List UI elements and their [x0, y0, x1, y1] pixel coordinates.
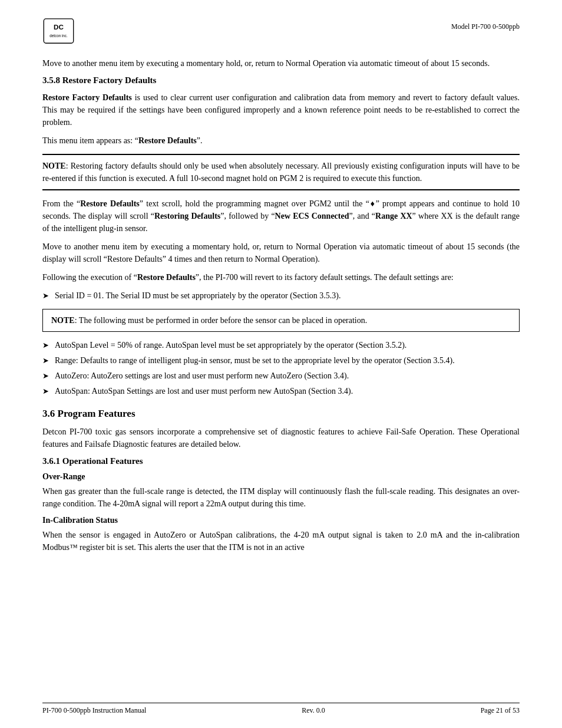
page-header: DC detcon inc. Model PI-700 0-500ppb	[42, 18, 520, 47]
logo: DC detcon inc.	[42, 18, 78, 47]
note-box-1: NOTE: Restoring factory defaults should …	[42, 154, 520, 190]
section-358-para4: Following the execution of “Restore Defa…	[42, 271, 520, 284]
bullet-text-autospan: AutoSpan Level = 50% of range. AutoSpan …	[55, 339, 406, 351]
section-361-heading: 3.6.1 Operational Features	[42, 456, 520, 466]
footer-right: Page 21 of 53	[481, 706, 520, 715]
restore-defaults-bold: Restore Defaults	[138, 136, 197, 145]
footer-left: PI-700 0-500ppb Instruction Manual	[42, 706, 146, 715]
note-text-2: : The following must be performed in ord…	[75, 316, 368, 325]
restore-defaults-exec-bold: Restore Defaults	[137, 273, 196, 282]
bullet-arrow-3: ➤	[42, 355, 49, 367]
new-ecs-bold: New ECS Connected	[275, 212, 349, 220]
bullet-list-1: ➤ Serial ID = 01. The Serial ID must be …	[42, 289, 520, 302]
bullet-item-autozero: ➤ AutoZero: AutoZero settings are lost a…	[42, 370, 520, 382]
note-label-2: NOTE	[51, 316, 75, 325]
svg-text:DC: DC	[54, 23, 64, 31]
section-36-heading: 3.6 Program Features	[42, 408, 520, 420]
bullet-arrow-1: ➤	[42, 290, 49, 302]
page: DC detcon inc. Model PI-700 0-500ppb Mov…	[0, 0, 562, 728]
bullet-item-range: ➤ Range: Defaults to range of intelligen…	[42, 354, 520, 367]
section-358-para1: Restore Factory Defaults is used to clea…	[42, 91, 520, 129]
in-calibration-para: When the sensor is engaged in AutoZero o…	[42, 529, 520, 554]
bullet-text-autozero: AutoZero: AutoZero settings are lost and…	[55, 370, 349, 382]
section-358-para2: From the “Restore Defaults” text scroll,…	[42, 197, 520, 235]
note-label-1: NOTE	[42, 162, 66, 170]
bullet-item-serial: ➤ Serial ID = 01. The Serial ID must be …	[42, 289, 520, 302]
bullet-arrow-5: ➤	[42, 386, 49, 397]
in-calibration-heading: In-Calibration Status	[42, 516, 520, 525]
header-model-text: Model PI-700 0-500ppb	[451, 18, 520, 31]
svg-text:detcon inc.: detcon inc.	[49, 34, 68, 38]
bullet-text-autospan2: AutoSpan: AutoSpan Settings are lost and…	[55, 385, 353, 397]
note-text-1: : Restoring factory defaults should only…	[42, 162, 520, 183]
bullet-arrow-2: ➤	[42, 340, 49, 351]
restore-defaults-ref-bold: Restore Defaults	[80, 199, 140, 208]
bullet-text-range: Range: Defaults to range of intelligent …	[55, 354, 455, 367]
intro-paragraph: Move to another menu item by executing a…	[42, 57, 520, 70]
bullet-text-serial: Serial ID = 01. The Serial ID must be se…	[55, 289, 340, 302]
section-358-para3: Move to another menu item by executing a…	[42, 241, 520, 265]
section-36-para1: Detcon PI-700 toxic gas sensors incorpor…	[42, 426, 520, 450]
range-xx-bold: Range XX	[375, 212, 412, 220]
page-footer: PI-700 0-500ppb Instruction Manual Rev. …	[42, 703, 520, 715]
over-range-heading: Over-Range	[42, 472, 520, 482]
bullet-item-autospan2: ➤ AutoSpan: AutoSpan Settings are lost a…	[42, 385, 520, 397]
footer-center: Rev. 0.0	[302, 706, 325, 715]
bullet-arrow-4: ➤	[42, 370, 49, 382]
section-358-heading: 3.5.8 Restore Factory Defaults	[42, 75, 520, 85]
bullet-item-autospan: ➤ AutoSpan Level = 50% of range. AutoSpa…	[42, 339, 520, 351]
note-box-2: NOTE: The following must be performed in…	[42, 309, 520, 332]
menu-appears: This menu item appears as: “Restore Defa…	[42, 134, 520, 147]
detcon-logo-icon: DC detcon inc.	[42, 18, 75, 44]
restore-factory-defaults-bold: Restore Factory Defaults	[42, 93, 132, 102]
bullet-list-2: ➤ AutoSpan Level = 50% of range. AutoSpa…	[42, 339, 520, 397]
restoring-defaults-bold: Restoring Defaults	[154, 212, 220, 220]
over-range-para: When gas greater than the full-scale ran…	[42, 485, 520, 510]
